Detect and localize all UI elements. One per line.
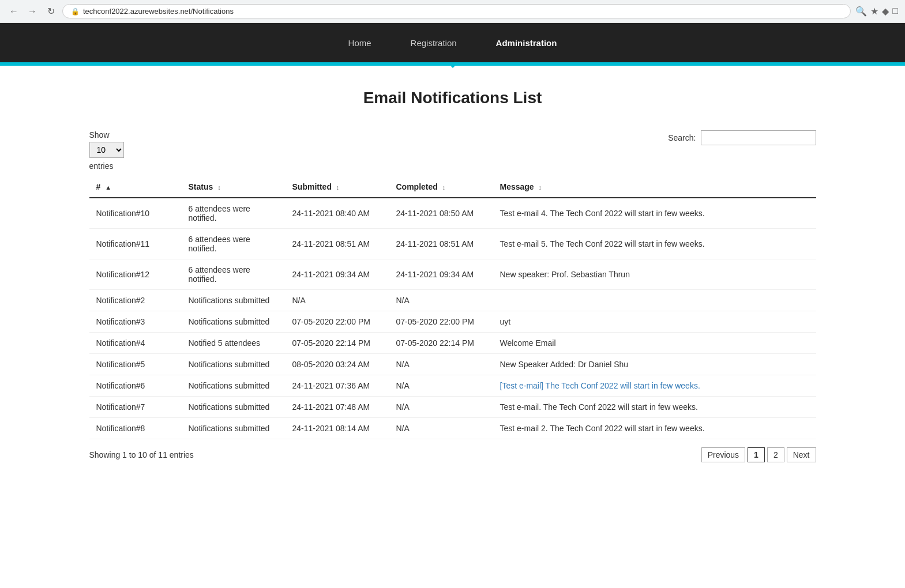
browser-chrome: ← → ↻ 🔒 techconf2022.azurewebsites.net/N… bbox=[0, 0, 905, 23]
cell-completed: 24-11-2021 09:34 AM bbox=[389, 259, 493, 290]
entries-select[interactable]: 10 25 50 100 bbox=[89, 142, 124, 158]
cell-num: Notification#12 bbox=[89, 259, 182, 290]
cell-num: Notification#2 bbox=[89, 290, 182, 311]
cell-submitted: 24-11-2021 08:51 AM bbox=[286, 229, 389, 259]
cell-completed: N/A bbox=[389, 375, 493, 397]
url-text: techconf2022.azurewebsites.net/Notificat… bbox=[83, 7, 234, 16]
cell-completed: N/A bbox=[389, 418, 493, 439]
message-link[interactable]: [Test e-mail] The Tech Conf 2022 will st… bbox=[500, 381, 700, 390]
url-bar: 🔒 techconf2022.azurewebsites.net/Notific… bbox=[62, 4, 851, 18]
pagination-controls: Previous 1 2 Next bbox=[701, 447, 816, 462]
sort-icon-num: ▲ bbox=[105, 184, 111, 191]
table-controls: Show 10 25 50 100 entries Search: bbox=[89, 130, 816, 171]
cell-num: Notification#11 bbox=[89, 229, 182, 259]
entries-label: entries bbox=[89, 161, 124, 171]
cell-num: Notification#7 bbox=[89, 397, 182, 418]
show-label: Show bbox=[89, 130, 124, 140]
search-icon: 🔍 bbox=[855, 6, 867, 17]
show-entries-container: Show 10 25 50 100 entries bbox=[89, 130, 124, 171]
cell-submitted: 24-11-2021 07:36 AM bbox=[286, 375, 389, 397]
nav-home[interactable]: Home bbox=[346, 33, 374, 52]
page-content: Email Notifications List Show 10 25 50 1… bbox=[78, 66, 828, 474]
col-header-submitted[interactable]: Submitted ↕ bbox=[286, 176, 389, 198]
table-row: Notification#3Notifications submitted07-… bbox=[89, 311, 816, 333]
cell-submitted: 24-11-2021 09:34 AM bbox=[286, 259, 389, 290]
cell-status: Notifications submitted bbox=[182, 375, 286, 397]
cell-submitted: 24-11-2021 08:14 AM bbox=[286, 418, 389, 439]
cell-num: Notification#10 bbox=[89, 198, 182, 229]
profile-icon: □ bbox=[892, 6, 898, 17]
cell-num: Notification#8 bbox=[89, 418, 182, 439]
cell-completed: N/A bbox=[389, 290, 493, 311]
reload-button[interactable]: ↻ bbox=[44, 5, 58, 18]
cell-submitted: 08-05-2020 03:24 AM bbox=[286, 354, 389, 375]
table-row: Notification#126 attendees were notified… bbox=[89, 259, 816, 290]
cell-message: Test e-mail 2. The Tech Conf 2022 will s… bbox=[493, 418, 816, 439]
table-row: Notification#8Notifications submitted24-… bbox=[89, 418, 816, 439]
cell-submitted: 24-11-2021 08:40 AM bbox=[286, 198, 389, 229]
cell-status: 6 attendees were notified. bbox=[182, 229, 286, 259]
nav-administration[interactable]: Administration bbox=[494, 33, 559, 52]
col-header-message[interactable]: Message ↕ bbox=[493, 176, 816, 198]
cell-completed: 07-05-2020 22:00 PM bbox=[389, 311, 493, 333]
search-container: Search: bbox=[668, 130, 816, 145]
page-1-button[interactable]: 1 bbox=[748, 447, 765, 462]
cell-num: Notification#4 bbox=[89, 333, 182, 354]
table-header-row: # ▲ Status ↕ Submitted ↕ Completed ↕ Mes… bbox=[89, 176, 816, 198]
sort-icon-completed: ↕ bbox=[442, 184, 446, 191]
cell-submitted: N/A bbox=[286, 290, 389, 311]
cell-submitted: 24-11-2021 07:48 AM bbox=[286, 397, 389, 418]
cell-message: New Speaker Added: Dr Daniel Shu bbox=[493, 354, 816, 375]
cell-submitted: 07-05-2020 22:00 PM bbox=[286, 311, 389, 333]
cell-status: Notifications submitted bbox=[182, 354, 286, 375]
browser-actions: 🔍 ★ ◆ □ bbox=[855, 6, 898, 17]
extensions-icon: ◆ bbox=[882, 6, 889, 17]
cell-message: New speaker: Prof. Sebastian Thrun bbox=[493, 259, 816, 290]
cell-message: Test e-mail 4. The Tech Conf 2022 will s… bbox=[493, 198, 816, 229]
table-row: Notification#4Notified 5 attendees07-05-… bbox=[89, 333, 816, 354]
sort-icon-submitted: ↕ bbox=[336, 184, 340, 191]
notifications-table: # ▲ Status ↕ Submitted ↕ Completed ↕ Mes… bbox=[89, 176, 816, 439]
cell-num: Notification#3 bbox=[89, 311, 182, 333]
table-row: Notification#7Notifications submitted24-… bbox=[89, 397, 816, 418]
cell-completed: 24-11-2021 08:51 AM bbox=[389, 229, 493, 259]
cell-status: Notifications submitted bbox=[182, 418, 286, 439]
lock-icon: 🔒 bbox=[71, 7, 80, 16]
cell-message: uyt bbox=[493, 311, 816, 333]
cell-num: Notification#6 bbox=[89, 375, 182, 397]
back-button[interactable]: ← bbox=[7, 5, 21, 18]
cell-status: 6 attendees were notified. bbox=[182, 259, 286, 290]
cell-message: Welcome Email bbox=[493, 333, 816, 354]
cell-status: Notifications submitted bbox=[182, 311, 286, 333]
nav-registration[interactable]: Registration bbox=[408, 33, 459, 52]
table-row: Notification#5Notifications submitted08-… bbox=[89, 354, 816, 375]
cell-status: 6 attendees were notified. bbox=[182, 198, 286, 229]
cell-status: Notifications submitted bbox=[182, 397, 286, 418]
search-input[interactable] bbox=[701, 130, 816, 145]
cell-completed: 07-05-2020 22:14 PM bbox=[389, 333, 493, 354]
table-row: Notification#106 attendees were notified… bbox=[89, 198, 816, 229]
next-page-button[interactable]: Next bbox=[787, 447, 816, 462]
page-title: Email Notifications List bbox=[89, 89, 816, 107]
cell-message: [Test e-mail] The Tech Conf 2022 will st… bbox=[493, 375, 816, 397]
cell-status: Notifications submitted bbox=[182, 290, 286, 311]
col-header-num[interactable]: # ▲ bbox=[89, 176, 182, 198]
pagination-bar: Showing 1 to 10 of 11 entries Previous 1… bbox=[89, 447, 816, 462]
cell-message bbox=[493, 290, 816, 311]
cell-message: Test e-mail. The Tech Conf 2022 will sta… bbox=[493, 397, 816, 418]
sort-icon-message: ↕ bbox=[539, 184, 542, 191]
nav-active-indicator bbox=[447, 62, 459, 68]
forward-button[interactable]: → bbox=[25, 5, 39, 18]
table-row: Notification#116 attendees were notified… bbox=[89, 229, 816, 259]
cell-message: Test e-mail 5. The Tech Conf 2022 will s… bbox=[493, 229, 816, 259]
bookmark-icon: ★ bbox=[870, 6, 878, 17]
cell-completed: N/A bbox=[389, 397, 493, 418]
col-header-status[interactable]: Status ↕ bbox=[182, 176, 286, 198]
table-row: Notification#6Notifications submitted24-… bbox=[89, 375, 816, 397]
cell-submitted: 07-05-2020 22:14 PM bbox=[286, 333, 389, 354]
page-2-button[interactable]: 2 bbox=[767, 447, 784, 462]
cell-num: Notification#5 bbox=[89, 354, 182, 375]
navbar: Home Registration Administration bbox=[0, 23, 905, 62]
previous-page-button[interactable]: Previous bbox=[701, 447, 745, 462]
col-header-completed[interactable]: Completed ↕ bbox=[389, 176, 493, 198]
